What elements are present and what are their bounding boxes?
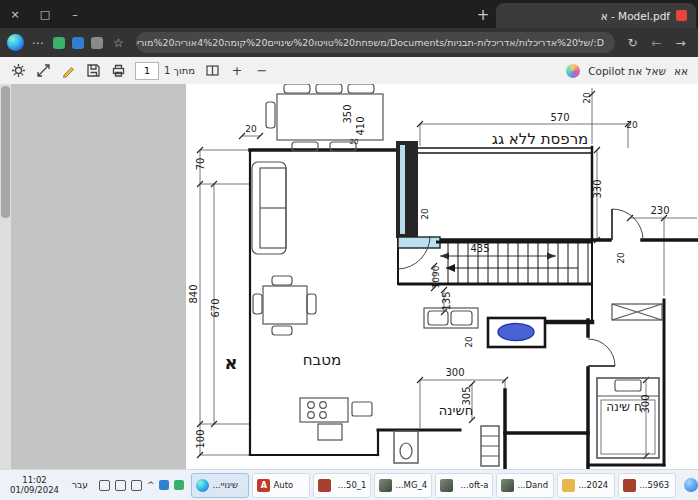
ask-copilot-button[interactable]: שאל את Copilot <box>588 65 666 77</box>
clock-time: 11:02 <box>22 475 47 485</box>
dim-20: 20 <box>464 336 474 348</box>
taskbar-app-file[interactable]: 2024... <box>557 473 615 498</box>
taskbar-app-file[interactable]: soft-a... <box>435 473 493 498</box>
dim-330: 330 <box>592 179 603 198</box>
volume-icon[interactable] <box>131 480 142 491</box>
taskbar-clock[interactable]: 11:02 01/09/2024 <box>5 475 64 495</box>
autocad-app-icon: A <box>257 479 270 492</box>
page-of-label: מתוך 1 <box>164 65 195 76</box>
minimize-window-icon[interactable]: – <box>60 0 90 28</box>
pdf-viewer: 570 330 230 350 410 70 840 670 100 435 1… <box>0 84 698 470</box>
dim-570: 570 <box>550 112 569 123</box>
dim-20: 20 <box>350 138 359 146</box>
balcony-door <box>396 141 418 238</box>
refresh-icon[interactable]: ↻ <box>622 32 643 53</box>
system-tray: ^ <box>96 480 188 491</box>
restore-window-icon[interactable]: □ <box>30 0 60 28</box>
window-controls: × □ – <box>0 0 90 28</box>
pdf-favicon-icon <box>676 10 687 21</box>
browser-menu-icon[interactable]: ⋯ <box>27 32 48 53</box>
fit-to-window-icon[interactable] <box>35 63 51 79</box>
extension-icon[interactable] <box>72 37 84 49</box>
taskbar-app-file[interactable]: 5963... <box>618 473 676 498</box>
dim-230: 230 <box>650 205 669 216</box>
taskbar-apps: שינויי... A Auto 1_850... MG_4... soft-a… <box>191 473 676 498</box>
zoom-in-button[interactable]: + <box>229 63 245 78</box>
photo-file-icon <box>440 479 453 492</box>
bath-basin <box>498 324 534 341</box>
dwg-file-icon <box>623 479 636 492</box>
zoom-out-button[interactable]: − <box>254 63 270 78</box>
label-bedroom-center: חשינה <box>439 403 473 418</box>
url-field[interactable]: D:/של%20אדריכלות/אדריכלות-תבניות/Documen… <box>136 32 615 53</box>
dim-70: 70 <box>195 158 206 171</box>
tray-app-icon[interactable] <box>174 480 184 490</box>
extension-icon[interactable] <box>91 37 103 49</box>
label-balcony: מרפסת ללא גג <box>492 130 589 148</box>
scrollbar-thumb[interactable] <box>1 86 10 218</box>
text-size-button[interactable]: אא <box>674 65 688 77</box>
photo-file-icon <box>379 479 392 492</box>
favorites-star-icon[interactable]: ☆ <box>108 32 129 53</box>
dim-20: 20 <box>420 208 430 220</box>
label-bedroom-right: ח שינה <box>606 400 641 414</box>
battery-icon[interactable] <box>99 480 110 491</box>
extension-icon[interactable] <box>53 37 65 49</box>
taskbar-app-autocad[interactable]: A Auto <box>252 473 310 498</box>
dim-20: 20 <box>582 92 592 104</box>
windows-taskbar: 11:02 01/09/2024 עבר ^ שינויי... A Auto … <box>0 469 698 500</box>
tab-group: + Model.pdf - א <box>470 0 698 28</box>
taskbar-end <box>680 478 698 492</box>
label-section-a: א <box>224 352 237 373</box>
forward-icon[interactable]: ← <box>646 32 667 53</box>
language-indicator[interactable]: עבר <box>68 480 92 490</box>
vertical-scrollbar[interactable] <box>0 84 11 470</box>
pdf-menu-gear-icon[interactable] <box>10 63 26 79</box>
clock-date: 01/09/2024 <box>10 485 59 495</box>
new-tab-button[interactable]: + <box>470 2 496 28</box>
network-icon[interactable] <box>115 480 126 491</box>
tab-model-pdf[interactable]: Model.pdf - א <box>496 3 696 28</box>
taskbar-app-file[interactable]: MG_4... <box>374 473 432 498</box>
tab-title: Model.pdf - א <box>601 10 670 22</box>
close-window-icon[interactable]: × <box>0 0 30 28</box>
address-bar: ⋯ ☆ D:/של%20אדריכלות/אדריכלות-תבניות/Doc… <box>0 28 698 57</box>
photo-file-icon <box>501 479 514 492</box>
window <box>398 237 440 248</box>
search-icon[interactable] <box>684 478 698 492</box>
dim-1090: 1090 <box>431 265 441 288</box>
pdf-toolbar-right: שאל את Copilot אא <box>566 64 688 78</box>
tray-expand-icon[interactable]: ^ <box>147 480 155 490</box>
tray-app-icon[interactable] <box>159 480 169 490</box>
dim-435: 435 <box>470 243 489 254</box>
folder-icon <box>562 479 575 492</box>
back-icon[interactable]: → <box>670 32 691 53</box>
dim-300-hall: 300 <box>445 367 464 378</box>
dim-20: 20 <box>626 120 638 130</box>
dim-100: 100 <box>195 429 206 448</box>
page-number-input[interactable] <box>135 62 159 80</box>
pdf-toolbar: מתוך 1 + − שאל את Copilot אא <box>0 57 698 85</box>
floor-plan-page[interactable]: 570 330 230 350 410 70 840 670 100 435 1… <box>0 84 698 470</box>
page-fit-icon[interactable] <box>204 63 220 79</box>
dim-670: 670 <box>210 298 221 317</box>
dim-840: 840 <box>188 284 199 303</box>
label-kitchen: מטבח <box>303 351 341 369</box>
taskbar-app-file[interactable]: Dand... <box>496 473 554 498</box>
dim-410: 410 <box>355 116 366 135</box>
edge-logo-icon[interactable] <box>7 34 24 51</box>
browser-tab-bar: × □ – + Model.pdf - א <box>0 0 698 28</box>
page-indicator: מתוך 1 <box>135 62 195 80</box>
print-icon[interactable] <box>110 63 126 79</box>
taskbar-app-file[interactable]: 1_850... <box>313 473 371 498</box>
edge-app-icon <box>196 479 209 492</box>
dim-350: 350 <box>342 104 353 123</box>
edit-pencil-icon[interactable] <box>60 63 76 79</box>
dwg-file-icon <box>318 479 331 492</box>
dim-20: 20 <box>245 124 257 134</box>
taskbar-app-edge[interactable]: שינויי... <box>191 473 249 498</box>
url-text: D:/של%20אדריכלות/אדריכלות-תבניות/Documen… <box>136 37 604 48</box>
save-icon[interactable] <box>85 63 101 79</box>
copilot-icon[interactable] <box>566 64 580 78</box>
dim-135: 135 <box>441 291 452 310</box>
